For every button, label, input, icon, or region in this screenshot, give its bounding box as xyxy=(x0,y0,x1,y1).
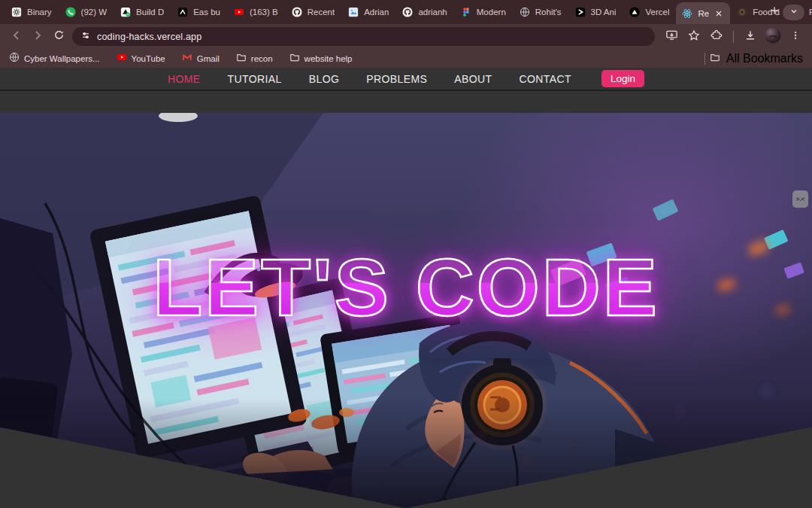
tab-adrian[interactable]: Adrian xyxy=(341,0,395,24)
tab-label: adrianh xyxy=(418,8,447,17)
tab-re[interactable]: Re xyxy=(676,2,730,24)
bookmark-items: Cyber Wallpapers...YouTubeGmailreconwebs… xyxy=(9,52,369,65)
tab-binary[interactable]: Binary xyxy=(5,0,59,24)
save-to-device-button[interactable] xyxy=(661,26,682,47)
tab-adrianh[interactable]: adrianh xyxy=(395,0,453,24)
hero-headline: LET'S CODE xyxy=(0,247,812,328)
forward-button[interactable] xyxy=(27,26,48,47)
extensions-button[interactable] xyxy=(706,26,727,47)
nav-item-tutorial[interactable]: TUTORIAL xyxy=(228,73,282,85)
tab-rohit-s[interactable]: Rohit's xyxy=(513,0,568,24)
react-icon xyxy=(682,8,693,19)
back-icon xyxy=(11,29,23,44)
bookmark-website-help[interactable]: website help xyxy=(289,52,353,65)
downloads-button[interactable] xyxy=(740,26,761,47)
tab-label: (163) B xyxy=(250,8,278,17)
all-bookmarks-label: All Bookmarks xyxy=(726,52,803,65)
bookmark-label: YouTube xyxy=(132,54,165,63)
reload-button[interactable] xyxy=(48,26,69,47)
vercel-icon xyxy=(629,7,641,18)
nav-item-home[interactable]: HOME xyxy=(168,73,201,85)
back-button[interactable] xyxy=(6,26,27,47)
chevron-down-icon xyxy=(789,5,798,19)
nav-item-contact[interactable]: CONTACT xyxy=(520,73,571,85)
site-info-icon[interactable] xyxy=(80,30,91,44)
puzzle-icon xyxy=(710,29,723,44)
tab-modern[interactable]: Modern xyxy=(454,0,513,24)
tab-label: React / xyxy=(809,8,812,17)
tab-recent[interactable]: Recent xyxy=(285,0,341,24)
bookmarks-divider xyxy=(704,53,705,65)
bookmark-label: website help xyxy=(304,54,353,63)
tab-vercel[interactable]: Vercel xyxy=(623,0,676,24)
tab-label: Eas bu xyxy=(193,8,220,17)
gmail-icon xyxy=(182,52,192,65)
folder-icon xyxy=(710,52,720,65)
tab-label: (92) W xyxy=(81,8,108,17)
github-icon xyxy=(402,7,414,18)
play-arrow-icon xyxy=(575,7,586,18)
browser-toolbar: coding-hacks.vercel.app xyxy=(0,24,812,49)
kebab-icon xyxy=(790,30,801,44)
page-content: HOMETUTORIALBLOGPROBLEMSABOUTCONTACTLogi… xyxy=(0,68,812,508)
folder-icon xyxy=(289,52,300,65)
bookmark-star-button[interactable] xyxy=(683,26,704,47)
close-icon[interactable] xyxy=(714,8,724,19)
bookmark-label: recon xyxy=(251,54,273,63)
plus-icon xyxy=(769,5,780,19)
menu-kebab-button[interactable] xyxy=(785,26,806,47)
bookmark-cyber-wallpapers[interactable]: Cyber Wallpapers... xyxy=(9,52,100,65)
tab-search-button[interactable] xyxy=(783,5,804,20)
browser-window: Binary(92) WBuild DEas bu(163) BRecentAd… xyxy=(0,0,812,508)
folder-icon xyxy=(236,52,247,65)
all-bookmarks-button[interactable]: All Bookmarks xyxy=(710,52,803,65)
tab-label: Recent xyxy=(308,8,335,17)
bookmark-label: Cyber Wallpapers... xyxy=(24,54,100,63)
bookmarks-bar: Cyber Wallpapers...YouTubeGmailreconwebs… xyxy=(0,49,812,68)
side-panel-handle[interactable]: >.< xyxy=(792,190,808,208)
star-icon xyxy=(688,29,700,44)
tab-eas-bu[interactable]: Eas bu xyxy=(171,0,227,24)
globe-icon xyxy=(520,7,531,18)
download-icon xyxy=(744,29,756,44)
whatsapp-icon xyxy=(65,7,77,18)
tab-label: Re xyxy=(698,9,709,18)
login-button[interactable]: Login xyxy=(601,70,644,87)
new-tab-button[interactable] xyxy=(765,0,783,24)
tab-list: Binary(92) WBuild DEas bu(163) BRecentAd… xyxy=(5,0,765,24)
bookmark-recon[interactable]: recon xyxy=(236,52,273,65)
nav-item-blog[interactable]: BLOG xyxy=(309,73,340,85)
site-navbar: HOMETUTORIALBLOGPROBLEMSABOUTCONTACTLogi… xyxy=(0,68,812,91)
profile-avatar[interactable] xyxy=(762,26,783,47)
expo-caret-icon xyxy=(177,7,189,18)
tab-build-d[interactable]: Build D xyxy=(114,0,171,24)
github-icon xyxy=(292,7,303,18)
forward-icon xyxy=(32,29,44,44)
avatar xyxy=(765,27,781,47)
bookmark-youtube[interactable]: YouTube xyxy=(117,52,165,65)
tab-3d-ani[interactable]: 3D Ani xyxy=(568,0,623,24)
tab-92-w[interactable]: (92) W xyxy=(59,0,114,24)
address-bar[interactable]: coding-hacks.vercel.app xyxy=(72,27,655,46)
nav-item-about[interactable]: ABOUT xyxy=(454,73,492,85)
tab-strip: Binary(92) WBuild DEas bu(163) BRecentAd… xyxy=(0,0,812,24)
tab-label: Adrian xyxy=(364,8,389,17)
tab-label: Vercel xyxy=(645,8,669,17)
nav-item-problems[interactable]: PROBLEMS xyxy=(366,73,427,85)
youtube-icon xyxy=(234,7,245,18)
food-icon xyxy=(737,7,748,18)
globe-icon xyxy=(9,52,20,65)
tab-163-b[interactable]: (163) B xyxy=(227,0,285,24)
hero-section: LET'S CODE xyxy=(0,113,812,508)
url-text: coding-hacks.vercel.app xyxy=(97,32,201,42)
bookmark-gmail[interactable]: Gmail xyxy=(182,52,220,65)
tab-label: Modern xyxy=(477,8,506,17)
tab-label: 3D Ani xyxy=(591,8,617,17)
toolbar-divider xyxy=(733,31,734,43)
tab-label: Rohit's xyxy=(535,8,562,17)
save-screen-icon xyxy=(665,29,678,44)
flower-icon xyxy=(11,7,23,18)
tab-label: Build D xyxy=(136,8,164,17)
reload-icon xyxy=(53,29,65,44)
triangle-build-icon xyxy=(120,7,132,18)
